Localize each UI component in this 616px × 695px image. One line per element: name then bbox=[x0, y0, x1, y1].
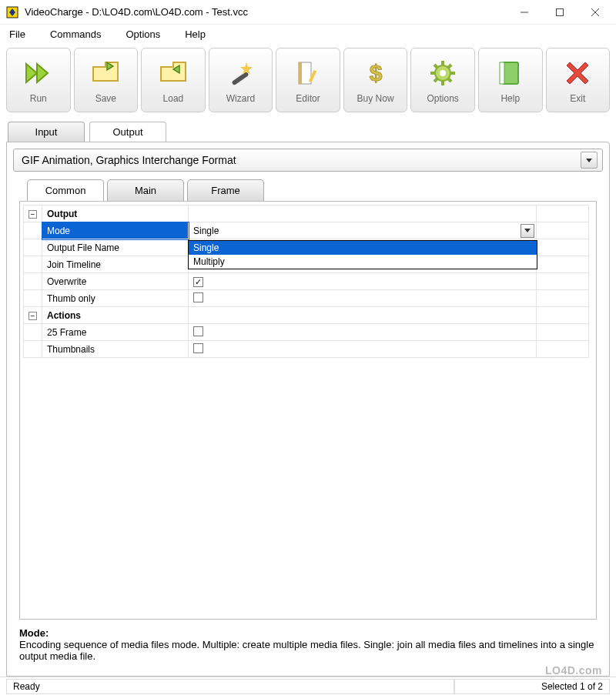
svg-line-24 bbox=[448, 79, 451, 82]
dropdown-option[interactable]: Multiply bbox=[189, 255, 537, 269]
property-label: Output File Name bbox=[42, 239, 189, 256]
sub-tab-main[interactable]: Main bbox=[107, 179, 184, 201]
toolbar-label: Help bbox=[500, 93, 520, 104]
section-actions: − Actions bbox=[24, 307, 589, 324]
save-button[interactable]: Save bbox=[74, 48, 139, 112]
menu-file[interactable]: File bbox=[6, 27, 28, 42]
chevron-down-icon[interactable] bbox=[521, 224, 534, 238]
checkbox-checked-icon[interactable]: ✓ bbox=[193, 277, 203, 287]
checkbox-icon[interactable] bbox=[193, 292, 203, 302]
wizard-icon bbox=[223, 56, 257, 90]
toolbar-label: Exit bbox=[570, 93, 585, 104]
row-thumb-only[interactable]: Thumb only bbox=[24, 290, 589, 307]
property-label: Thumb only bbox=[42, 290, 189, 307]
toolbar-label: Wizard bbox=[226, 93, 255, 104]
close-button[interactable] bbox=[578, 0, 613, 24]
section-title: Output bbox=[42, 205, 189, 222]
format-select[interactable]: GIF Animation, Graphics Interchange Form… bbox=[13, 149, 603, 172]
sub-tab-frame[interactable]: Frame bbox=[187, 179, 264, 201]
status-selection: Selected 1 of 2 bbox=[454, 679, 610, 694]
wizard-button[interactable]: Wizard bbox=[209, 48, 273, 112]
format-value: GIF Animation, Graphics Interchange Form… bbox=[22, 154, 581, 166]
options-button[interactable]: Options bbox=[410, 48, 475, 112]
svg-rect-28 bbox=[503, 62, 518, 84]
watermark: LO4D.com bbox=[545, 664, 602, 677]
tab-input[interactable]: Input bbox=[8, 122, 85, 142]
mode-dropdown[interactable]: Single Multiply bbox=[188, 240, 537, 269]
window-controls bbox=[507, 0, 613, 24]
svg-line-23 bbox=[434, 65, 437, 68]
tab-output[interactable]: Output bbox=[89, 122, 166, 142]
svg-point-27 bbox=[440, 70, 446, 76]
property-label: Thumbnails bbox=[42, 341, 189, 358]
svg-rect-15 bbox=[299, 62, 302, 84]
svg-rect-29 bbox=[500, 62, 504, 84]
minimize-button[interactable] bbox=[507, 0, 542, 24]
svg-text:$: $ bbox=[369, 60, 382, 85]
editor-icon bbox=[291, 56, 325, 90]
svg-marker-8 bbox=[93, 62, 118, 81]
app-icon bbox=[6, 6, 18, 18]
collapse-icon[interactable]: − bbox=[28, 210, 37, 219]
property-label: Mode bbox=[42, 222, 189, 239]
chevron-down-icon[interactable] bbox=[581, 152, 598, 169]
property-label: 25 Frame bbox=[42, 324, 189, 341]
svg-marker-10 bbox=[161, 62, 186, 81]
help-title: Mode: bbox=[19, 627, 49, 639]
menubar: File Commands Options Help bbox=[0, 25, 616, 43]
checkbox-icon[interactable] bbox=[193, 343, 203, 353]
svg-line-26 bbox=[434, 79, 437, 82]
section-title: Actions bbox=[42, 307, 189, 324]
help-panel: Mode: Encoding sequence of media files m… bbox=[13, 624, 603, 670]
help-button[interactable]: Help bbox=[478, 48, 543, 112]
svg-rect-12 bbox=[232, 72, 249, 86]
row-thumbnails[interactable]: Thumbnails bbox=[24, 341, 589, 358]
svg-marker-30 bbox=[567, 62, 588, 84]
dollar-icon: $ bbox=[359, 56, 393, 90]
checkbox-icon[interactable] bbox=[193, 326, 203, 336]
save-icon bbox=[89, 56, 122, 90]
menu-options[interactable]: Options bbox=[122, 27, 163, 42]
close-icon bbox=[561, 56, 594, 90]
sub-tab-common[interactable]: Common bbox=[27, 179, 104, 201]
sub-tabs: Common Main Frame bbox=[13, 179, 603, 201]
toolbar-label: Buy Now bbox=[357, 93, 394, 104]
toolbar-label: Load bbox=[163, 93, 184, 104]
toolbar-label: Options bbox=[427, 93, 458, 104]
toolbar-label: Editor bbox=[296, 93, 320, 104]
toolbar-label: Run bbox=[30, 93, 47, 104]
property-grid: − Output Mode Single Output File Name bbox=[19, 201, 597, 620]
menu-commands[interactable]: Commands bbox=[47, 27, 104, 42]
row-25-frame[interactable]: 25 Frame bbox=[24, 324, 589, 341]
svg-marker-7 bbox=[37, 64, 48, 82]
exit-button[interactable]: Exit bbox=[546, 48, 611, 112]
titlebar: VideoCharge - D:\LO4D.com\LO4D.com - Tes… bbox=[0, 0, 616, 25]
property-value: Single bbox=[193, 226, 219, 236]
collapse-icon[interactable]: − bbox=[28, 312, 37, 320]
toolbar-label: Save bbox=[95, 93, 116, 104]
editor-button[interactable]: Editor bbox=[276, 48, 340, 112]
statusbar: Ready Selected 1 of 2 bbox=[0, 677, 616, 695]
maximize-button[interactable] bbox=[542, 0, 578, 24]
section-output: − Output bbox=[24, 205, 589, 222]
menu-help[interactable]: Help bbox=[182, 27, 209, 42]
load-button[interactable]: Load bbox=[141, 48, 206, 112]
buy-now-button[interactable]: $ Buy Now bbox=[343, 48, 408, 112]
help-text: Encoding sequence of media files mode. M… bbox=[19, 639, 594, 662]
window-title: VideoCharge - D:\LO4D.com\LO4D.com - Tes… bbox=[25, 6, 507, 18]
dropdown-option[interactable]: Single bbox=[189, 241, 537, 255]
property-label: Overwrite bbox=[42, 273, 189, 290]
svg-line-25 bbox=[448, 65, 451, 68]
property-label: Join Timeline bbox=[42, 256, 189, 273]
row-mode[interactable]: Mode Single bbox=[24, 222, 589, 239]
load-icon bbox=[156, 56, 190, 90]
help-icon bbox=[494, 56, 527, 90]
gear-icon bbox=[426, 56, 460, 90]
main-tabs: Input Output bbox=[0, 117, 616, 142]
row-overwrite[interactable]: Overwrite ✓ bbox=[24, 273, 589, 290]
run-button[interactable]: Run bbox=[6, 48, 71, 112]
status-ready: Ready bbox=[6, 679, 454, 694]
svg-rect-3 bbox=[557, 8, 564, 15]
output-panel: GIF Animation, Graphics Interchange Form… bbox=[6, 142, 610, 677]
run-icon bbox=[22, 56, 55, 90]
